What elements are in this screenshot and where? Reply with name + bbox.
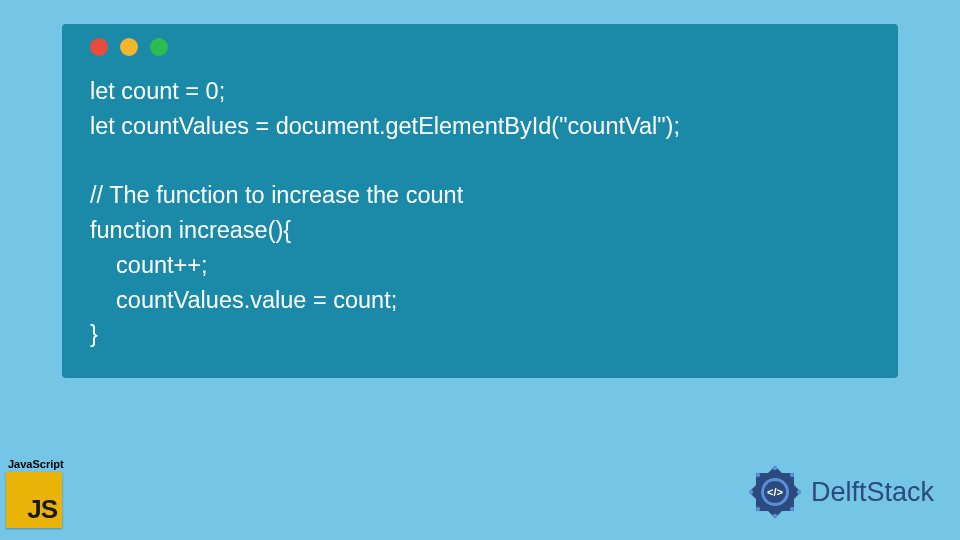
code-line: function increase(){ (90, 217, 291, 243)
svg-point-9 (749, 490, 753, 494)
code-line: // The function to increase the count (90, 182, 463, 208)
svg-point-8 (756, 507, 760, 511)
minimize-icon (120, 38, 138, 56)
svg-point-10 (756, 473, 760, 477)
code-line: count++; (90, 252, 208, 278)
code-line: } (90, 321, 98, 347)
delftstack-logo-icon: </> (745, 462, 805, 522)
javascript-logo-icon: JS (6, 472, 62, 528)
svg-text:</>: </> (767, 486, 783, 498)
javascript-badge: JavaScript JS (6, 458, 68, 528)
svg-point-7 (773, 514, 777, 518)
code-line: let count = 0; (90, 78, 225, 104)
code-line: countValues.value = count; (90, 287, 397, 313)
svg-point-6 (790, 507, 794, 511)
code-line: let countValues = document.getElementByI… (90, 113, 680, 139)
svg-point-5 (797, 490, 801, 494)
window-traffic-lights (84, 38, 876, 56)
delftstack-brand-name: DelftStack (811, 477, 934, 508)
maximize-icon (150, 38, 168, 56)
code-block: let count = 0; let countValues = documen… (84, 74, 876, 352)
javascript-label: JavaScript (6, 458, 68, 470)
svg-point-3 (773, 466, 777, 470)
javascript-logo-text: JS (27, 494, 57, 525)
code-window: let count = 0; let countValues = documen… (62, 24, 898, 378)
svg-point-4 (790, 473, 794, 477)
delftstack-brand: </> DelftStack (745, 462, 934, 522)
close-icon (90, 38, 108, 56)
